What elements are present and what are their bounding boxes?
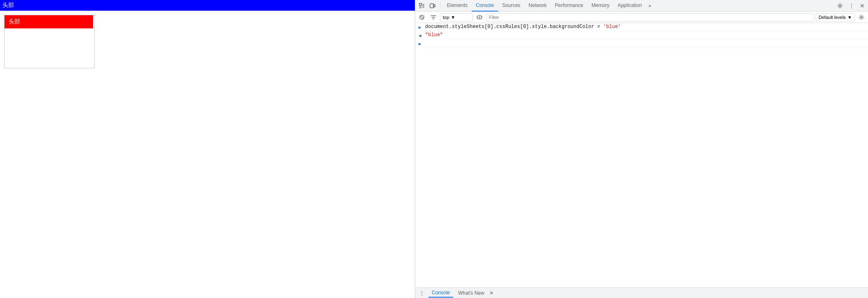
tab-performance[interactable]: Performance bbox=[551, 0, 587, 12]
console-line-2: ◀ "blue" bbox=[415, 31, 868, 40]
devtools-tabs: Elements Console Sources Network Perform… bbox=[443, 0, 834, 12]
console-toolbar: top ▼ Default levels ▼ bbox=[415, 12, 868, 23]
console-expand-arrow-1[interactable]: ▶ bbox=[419, 25, 423, 30]
bottom-drawer-more-button[interactable]: ⋮ bbox=[417, 288, 427, 298]
tab-application[interactable]: Application bbox=[613, 0, 646, 12]
more-tabs-button[interactable]: » bbox=[646, 1, 654, 10]
console-line-3: ▶ bbox=[415, 40, 868, 48]
devtools-more-options-button[interactable]: ⋮ bbox=[847, 1, 856, 11]
tab-network[interactable]: Network bbox=[524, 0, 551, 12]
devtools-top-toolbar: Elements Console Sources Network Perform… bbox=[415, 0, 868, 12]
tab-elements[interactable]: Elements bbox=[443, 0, 472, 12]
svg-rect-7 bbox=[434, 5, 435, 7]
tab-memory[interactable]: Memory bbox=[587, 0, 613, 12]
console-filter-toggle[interactable] bbox=[428, 12, 438, 22]
context-value: top bbox=[443, 15, 449, 20]
devtools-close-button[interactable]: ✕ bbox=[858, 2, 866, 9]
svg-rect-0 bbox=[419, 3, 421, 5]
bottom-tab-whats-new[interactable]: What's New bbox=[455, 289, 488, 297]
svg-point-12 bbox=[479, 16, 480, 18]
svg-point-8 bbox=[839, 5, 841, 7]
page-body: 头部 bbox=[0, 11, 415, 72]
red-box-text: 头部 bbox=[9, 18, 20, 26]
bottom-tab-console[interactable]: Console bbox=[428, 289, 453, 298]
default-levels-label: Default levels bbox=[819, 15, 846, 20]
toolbar-divider bbox=[440, 2, 440, 9]
svg-point-13 bbox=[861, 16, 862, 18]
default-levels-button[interactable]: Default levels ▼ bbox=[816, 13, 855, 21]
context-selector[interactable]: top ▼ bbox=[440, 13, 473, 21]
console-output-text: "blue" bbox=[425, 32, 443, 38]
svg-rect-6 bbox=[430, 4, 433, 8]
clear-console-button[interactable] bbox=[417, 12, 427, 22]
page-header-bar: 头部 bbox=[0, 0, 415, 11]
eye-button[interactable] bbox=[475, 12, 484, 22]
default-levels-chevron: ▼ bbox=[847, 15, 852, 20]
page-header-text: 头部 bbox=[2, 2, 14, 9]
console-settings-button[interactable] bbox=[856, 12, 866, 22]
inspect-element-button[interactable] bbox=[417, 1, 427, 11]
browser-page: 头部 头部 bbox=[0, 0, 415, 298]
devtools-bottom-drawer: ⋮ Console What's New ✕ bbox=[415, 287, 868, 298]
context-dropdown-icon: ▼ bbox=[451, 15, 455, 20]
tab-console[interactable]: Console bbox=[472, 0, 498, 12]
console-arrow-2: ◀ bbox=[419, 33, 423, 38]
white-box: 头部 bbox=[4, 15, 95, 68]
red-box: 头部 bbox=[5, 15, 93, 28]
console-prompt-arrow[interactable]: ▶ bbox=[419, 41, 423, 47]
tab-sources[interactable]: Sources bbox=[498, 0, 524, 12]
device-toggle-button[interactable] bbox=[428, 1, 438, 11]
devtools-panel: Elements Console Sources Network Perform… bbox=[415, 0, 868, 298]
console-line-1: ▶ document.styleSheets[0].cssRules[0].st… bbox=[415, 23, 868, 31]
devtools-settings-button[interactable] bbox=[835, 1, 845, 11]
svg-line-10 bbox=[421, 16, 423, 19]
console-filter-input[interactable] bbox=[486, 13, 814, 21]
console-command-text: document.styleSheets[0].cssRules[0].styl… bbox=[425, 24, 621, 30]
console-output: ▶ document.styleSheets[0].cssRules[0].st… bbox=[415, 23, 868, 287]
devtools-settings-area: ⋮ ✕ bbox=[835, 1, 866, 11]
bottom-tab-close-button[interactable]: ✕ bbox=[489, 290, 494, 296]
